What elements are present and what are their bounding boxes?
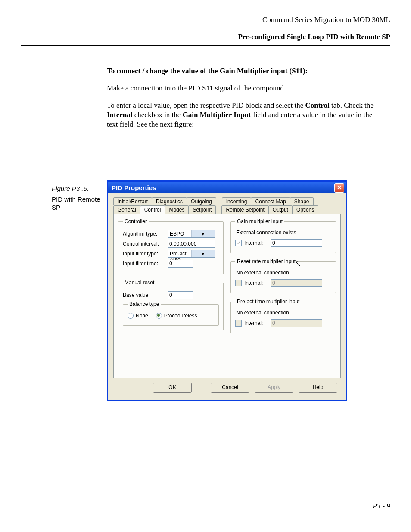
preact-internal-input bbox=[271, 319, 322, 327]
reset-rate-legend: Reset rate multiplier input bbox=[235, 258, 297, 264]
p2-bold-internal: Internal bbox=[107, 111, 133, 119]
input-filter-type-combo[interactable]: Pre-act, Auto ▼ bbox=[168, 250, 215, 258]
base-value-label: Base value: bbox=[123, 292, 165, 298]
chevron-down-icon: ▼ bbox=[191, 250, 215, 257]
p2-bold-gmi: Gain Multiplier Input bbox=[183, 111, 251, 119]
reset-rate-internal-input bbox=[271, 279, 322, 287]
preact-note: No external connection bbox=[236, 310, 331, 316]
balance-type-legend: Balance type bbox=[128, 301, 161, 307]
dialog-title: PID Properties bbox=[112, 184, 156, 191]
reset-rate-internal-label: Internal: bbox=[244, 280, 268, 286]
chevron-down-icon: ▼ bbox=[191, 230, 215, 237]
reset-rate-group: Reset rate multiplier input No external … bbox=[230, 258, 336, 293]
tab-modes[interactable]: Modes bbox=[165, 205, 189, 214]
gain-multiplier-group: Gain multiplier input External connectio… bbox=[230, 218, 336, 253]
balance-none-radio[interactable] bbox=[128, 313, 134, 319]
balance-procedureless-label: Procedureless bbox=[164, 313, 197, 319]
instruction-heading: To connect / change the value of the Gai… bbox=[107, 66, 383, 76]
p2-frag-c: checkbox in the bbox=[133, 111, 183, 119]
input-filter-time-input[interactable] bbox=[168, 260, 193, 268]
controller-group: Controller Algorithm type: ESPO ▼ C bbox=[118, 218, 224, 274]
balance-procedureless-radio[interactable] bbox=[156, 313, 162, 319]
gain-note: External connection exists bbox=[236, 230, 331, 236]
tab-outgoing[interactable]: Outgoing bbox=[187, 197, 216, 205]
ok-button[interactable]: OK bbox=[153, 383, 192, 393]
pid-properties-dialog: PID Properties ✕ Initial/Restart Diagnos… bbox=[107, 180, 347, 401]
control-interval-input[interactable] bbox=[168, 240, 215, 248]
tab-setpoint[interactable]: Setpoint bbox=[188, 205, 216, 214]
section-title: Pre-configured Single Loop PID with Remo… bbox=[21, 33, 390, 41]
manual-reset-legend: Manual reset bbox=[123, 280, 156, 286]
gain-internal-input[interactable] bbox=[271, 239, 322, 247]
doc-title: Command Series Migration to MOD 30ML bbox=[21, 16, 390, 24]
close-button[interactable]: ✕ bbox=[334, 183, 344, 193]
tab-connect-map[interactable]: Connect Map bbox=[251, 197, 290, 205]
control-interval-label: Control interval: bbox=[123, 241, 165, 247]
algorithm-type-combo[interactable]: ESPO ▼ bbox=[168, 230, 215, 238]
tab-control[interactable]: Control bbox=[140, 205, 165, 214]
reset-rate-note: No external connection bbox=[236, 270, 331, 276]
tab-shape[interactable]: Shape bbox=[290, 197, 314, 205]
balance-none-label: None bbox=[136, 313, 148, 319]
instruction-p2: To enter a local value, open the respect… bbox=[107, 101, 383, 129]
tab-remote-setpoint[interactable]: Remote Setpoint bbox=[221, 205, 268, 214]
apply-button: Apply bbox=[255, 383, 293, 393]
tab-options[interactable]: Options bbox=[292, 205, 318, 214]
tab-general[interactable]: General bbox=[113, 205, 140, 214]
base-value-input[interactable] bbox=[168, 291, 193, 299]
input-filter-time-label: Input filter time: bbox=[123, 261, 165, 267]
help-button[interactable]: Help bbox=[299, 383, 337, 393]
page-number: P3 - 9 bbox=[372, 502, 390, 510]
preact-internal-checkbox[interactable] bbox=[235, 320, 242, 327]
gain-multiplier-legend: Gain multiplier input bbox=[235, 218, 284, 224]
balance-type-group: Balance type None Procedurel bbox=[123, 301, 219, 326]
gain-internal-checkbox[interactable] bbox=[235, 240, 242, 246]
tab-diagnostics[interactable]: Diagnostics bbox=[152, 197, 187, 205]
control-tab-panel: ↖ Controller Algorithm type: ESPO ▼ bbox=[113, 214, 341, 378]
preact-legend: Pre-act time multiplier input bbox=[235, 299, 301, 305]
cancel-button[interactable]: Cancel bbox=[211, 383, 249, 393]
preact-internal-label: Internal: bbox=[244, 320, 268, 326]
input-filter-type-label: Input filter type: bbox=[123, 251, 165, 257]
p2-frag-a: To enter a local value, open the respect… bbox=[107, 101, 305, 109]
preact-group: Pre-act time multiplier input No externa… bbox=[230, 299, 336, 333]
header-rule bbox=[21, 45, 390, 46]
input-filter-type-value: Pre-act, Auto bbox=[168, 250, 191, 257]
figure-caption: PID with Remote SP bbox=[52, 196, 103, 212]
tab-incoming[interactable]: Incoming bbox=[222, 197, 252, 205]
algorithm-type-value: ESPO bbox=[168, 230, 191, 237]
dialog-titlebar[interactable]: PID Properties bbox=[108, 182, 346, 193]
tab-initial-restart[interactable]: Initial/Restart bbox=[113, 197, 152, 205]
manual-reset-group: Manual reset Base value: Balance type bbox=[118, 280, 224, 330]
controller-legend: Controller bbox=[123, 218, 149, 224]
instruction-p1: Make a connection into the PID.S11 signa… bbox=[107, 84, 383, 93]
p2-bold-control: Control bbox=[305, 101, 329, 109]
reset-rate-internal-checkbox[interactable] bbox=[235, 280, 242, 286]
algorithm-type-label: Algorithm type: bbox=[123, 231, 165, 237]
p2-frag-b: tab. Check the bbox=[330, 101, 374, 109]
gain-internal-label: Internal: bbox=[244, 240, 268, 246]
figure-label: Figure P3 .6. bbox=[52, 185, 103, 193]
tab-output[interactable]: Output bbox=[268, 205, 293, 214]
